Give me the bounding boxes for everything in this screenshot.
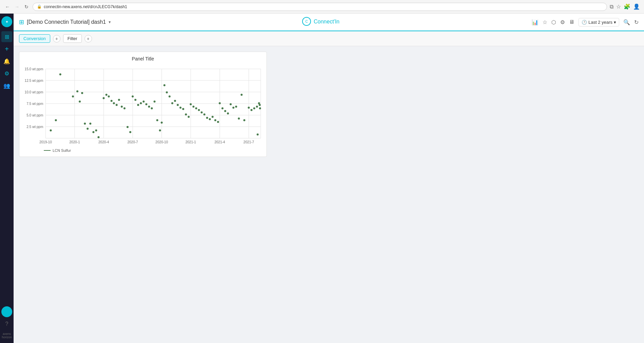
sidebar-item-add[interactable]: + [1,43,12,54]
add-filter-button[interactable]: + [85,35,92,42]
url-text: connectin-new.axens.net/d/cnJLECG7k/dash… [44,4,127,9]
svg-point-47 [105,94,107,96]
svg-text:2020-10: 2020-10 [155,140,168,144]
svg-point-35 [59,73,61,75]
svg-point-75 [180,107,182,109]
add-tab-button[interactable]: + [53,35,60,42]
profile-button[interactable]: 👤 [633,3,640,10]
svg-point-74 [177,104,179,106]
logo-icon: ✦ [5,20,8,24]
svg-point-73 [174,100,176,102]
svg-point-59 [137,104,139,106]
top-bar-left: ⊞ [Demo Connectin Tutorial] dash1 ▾ [19,18,111,26]
svg-text:2020-7: 2020-7 [127,140,138,144]
svg-point-98 [241,94,243,96]
svg-point-48 [108,95,110,97]
search-icon[interactable]: 🔍 [623,19,630,25]
refresh-button[interactable]: ↻ [23,3,30,10]
grid-icon: ⊞ [19,18,24,26]
dashboard-icon: ⊞ [5,34,9,40]
monitor-icon[interactable]: 🖥 [569,19,574,25]
share-icon[interactable]: ⬡ [551,19,556,25]
svg-point-85 [206,117,208,119]
svg-point-86 [209,118,211,120]
svg-point-90 [219,102,221,104]
panel-title: Panel Title [23,56,262,61]
chart-legend: LCN Sulfur [23,146,262,152]
svg-point-77 [185,113,187,115]
svg-point-62 [145,103,147,105]
svg-point-102 [253,107,255,109]
sidebar-item-settings[interactable]: ⚙ [1,68,12,79]
svg-point-70 [166,91,168,93]
svg-point-78 [188,116,190,118]
dashboard-title: [Demo Connectin Tutorial] dash1 [27,19,106,25]
svg-point-60 [140,102,142,104]
svg-text:2.5 wt ppm: 2.5 wt ppm [26,125,43,129]
browser-actions: ⧉ ☆ 🧩 👤 [610,3,640,10]
puzzle-button[interactable]: 🧩 [624,3,630,10]
svg-point-81 [195,107,197,109]
svg-point-66 [156,119,158,121]
filter-tab[interactable]: Filter [63,34,82,43]
sidebar: ✦ ⊞ + 🔔 ⚙ 👥 ? axens horizon [0,14,14,343]
lock-icon: 🔒 [37,4,42,9]
svg-point-79 [190,103,192,105]
svg-point-105 [258,102,260,104]
svg-point-45 [97,136,99,138]
svg-point-64 [151,107,153,109]
svg-point-89 [217,121,219,123]
svg-point-54 [124,107,126,109]
svg-point-91 [221,107,223,109]
dashboard-area: Panel Title 15.0 wt ppm 12.5 wt ppm 10.0… [14,46,644,343]
svg-point-58 [134,99,136,101]
sidebar-logo[interactable]: ✦ [1,16,12,27]
help-button[interactable]: ? [1,319,12,329]
svg-point-51 [116,104,118,106]
star-button[interactable]: ☆ [616,3,621,10]
svg-point-50 [113,102,115,104]
svg-point-37 [76,90,78,92]
svg-point-57 [132,95,134,97]
svg-point-42 [89,123,91,125]
svg-point-107 [259,107,261,109]
svg-point-40 [84,123,86,125]
extensions-button[interactable]: ⧉ [610,4,613,10]
svg-point-83 [201,111,203,113]
svg-point-76 [182,108,184,110]
settings-icon[interactable]: ⚙ [560,19,565,25]
svg-point-69 [163,84,165,86]
svg-point-63 [148,106,150,108]
sidebar-item-dashboard[interactable]: ⊞ [1,31,12,42]
time-range-picker[interactable]: 🕐 Last 2 years ▾ [578,18,619,26]
conversion-tab[interactable]: Conversion [19,34,50,43]
svg-point-99 [243,119,245,121]
sidebar-item-bell[interactable]: 🔔 [1,56,12,67]
svg-text:12.5 wt ppm: 12.5 wt ppm [25,79,43,83]
svg-point-92 [224,110,226,112]
svg-point-96 [235,106,237,108]
forward-button[interactable]: → [14,3,20,10]
svg-point-72 [171,102,173,104]
panel: Panel Title 15.0 wt ppm 12.5 wt ppm 10.0… [19,52,267,157]
main-content: ⊞ [Demo Connectin Tutorial] dash1 ▾ C Co… [14,14,644,343]
svg-point-71 [168,95,170,97]
address-bar[interactable]: 🔒 connectin-new.axens.net/d/cnJLECG7k/da… [33,3,607,11]
back-button[interactable]: ← [4,3,11,10]
svg-text:2021-1: 2021-1 [185,140,196,144]
star-icon[interactable]: ☆ [542,19,547,25]
svg-point-55 [127,126,129,128]
svg-text:2021-4: 2021-4 [215,140,225,144]
chart-icon[interactable]: 📊 [532,19,538,25]
svg-point-36 [72,95,74,97]
svg-text:C: C [305,20,308,23]
chevron-down-icon[interactable]: ▾ [109,20,111,24]
svg-point-41 [87,128,89,130]
svg-point-34 [55,119,57,121]
status-dot [1,306,12,317]
svg-point-39 [81,92,83,94]
top-bar-right: 📊 ☆ ⬡ ⚙ 🖥 🕐 Last 2 years ▾ 🔍 ↻ [532,18,639,26]
refresh-icon[interactable]: ↻ [634,19,639,25]
svg-point-67 [159,129,161,131]
sidebar-item-users[interactable]: 👥 [1,80,12,91]
